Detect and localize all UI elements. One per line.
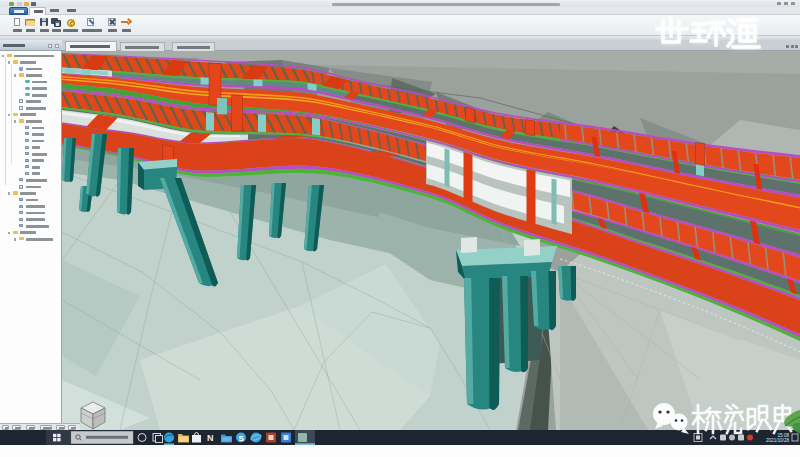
- svg-text:S: S: [239, 434, 245, 443]
- svg-text:N: N: [207, 433, 214, 443]
